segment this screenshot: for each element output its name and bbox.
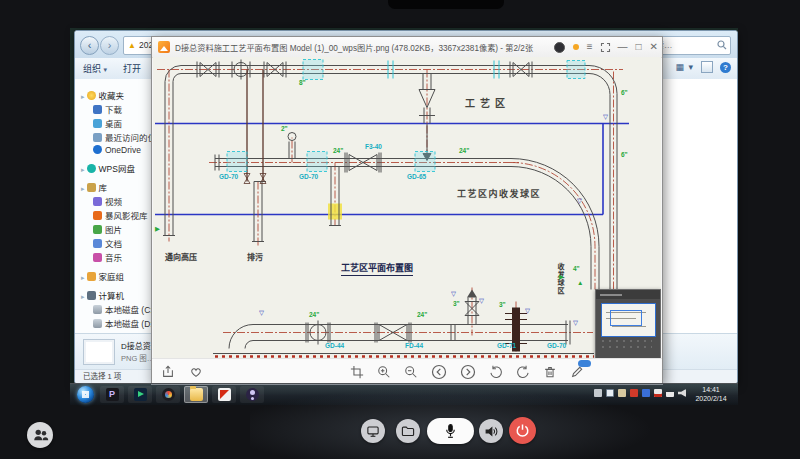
tray-printer-icon[interactable]: [594, 389, 602, 397]
expand-arrow-icon[interactable]: ▸: [81, 166, 85, 173]
expand-arrow-icon[interactable]: ▸: [81, 93, 85, 100]
sidebar-item[interactable]: 视频: [75, 194, 162, 208]
disk-icon: [93, 319, 102, 328]
participants-button[interactable]: [27, 422, 53, 448]
sidebar-item-label: 下载: [105, 105, 122, 115]
rotate-left-icon[interactable]: [489, 365, 503, 379]
taskbar-meeting-app[interactable]: [240, 386, 264, 403]
sidebar-item[interactable]: OneDrive: [75, 144, 162, 156]
navigator-viewport[interactable]: [610, 310, 642, 326]
expand-arrow-icon[interactable]: ▸: [81, 274, 85, 281]
taskbar-clock[interactable]: 14:41 2020/2/14: [688, 386, 734, 403]
hang-up-button[interactable]: [509, 417, 536, 444]
open-button[interactable]: 打开: [123, 62, 141, 75]
speaker-button[interactable]: [479, 419, 503, 443]
diagram-annotation: 24": [333, 147, 343, 154]
sidebar-group-libraries[interactable]: ▸库: [75, 179, 162, 194]
organize-button[interactable]: 组织 ▾: [83, 62, 107, 75]
sidebar-group-wps-cloud[interactable]: ▸WPS网盘: [75, 160, 162, 175]
explorer-sidebar: ▸收藏夹下载桌面最近访问的位置OneDrive▸WPS网盘▸库视频暴风影视库图片…: [75, 79, 163, 334]
play-icon: [134, 388, 147, 401]
next-image-icon[interactable]: [460, 364, 476, 380]
sidebar-item[interactable]: 图片: [75, 222, 162, 236]
folder-share-button[interactable]: [396, 419, 420, 443]
zoom-out-icon[interactable]: [404, 365, 418, 379]
sidebar-item[interactable]: 暴风影视库: [75, 208, 162, 222]
forward-button[interactable]: ›: [100, 36, 119, 55]
share-icon[interactable]: [161, 365, 175, 379]
rotate-right-icon[interactable]: [516, 365, 530, 379]
favorite-heart-icon[interactable]: [189, 365, 203, 379]
taskbar-camera-app[interactable]: [156, 386, 180, 403]
sidebar-item[interactable]: 本地磁盘 (C:): [75, 302, 162, 316]
expand-arrow-icon[interactable]: ▸: [81, 185, 85, 192]
taskbar: P 14:41 2020/2/14: [70, 383, 738, 405]
sidebar-item-label: 音乐: [105, 253, 122, 263]
edit-beautify-button[interactable]: [570, 365, 584, 379]
preview-pane-button[interactable]: [701, 61, 713, 73]
tray-messenger-icon[interactable]: [642, 389, 650, 397]
onedrive-cloud-icon: [93, 145, 102, 154]
selected-file-type: PNG 图…: [121, 352, 154, 363]
sidebar-item[interactable]: 本地磁盘 (D:): [75, 316, 162, 330]
delete-trash-icon[interactable]: [543, 365, 557, 379]
close-button[interactable]: ✕: [650, 42, 658, 52]
tray-flag-icon[interactable]: [630, 389, 638, 397]
diagram-annotation: GD-44: [325, 342, 344, 349]
diagram-annotation: 8": [299, 79, 306, 86]
diagram-annotation: 4": [573, 265, 580, 272]
speaker-icon: [484, 425, 499, 438]
sidebar-item-label: OneDrive: [105, 145, 141, 155]
views-button[interactable]: ▦ ▾: [675, 62, 694, 72]
sidebar-item-label: 本地磁盘 (D:): [105, 319, 156, 329]
sidebar-item[interactable]: 桌面: [75, 116, 162, 130]
downloads-folder-icon: [93, 105, 102, 114]
diagram-annotation: 3": [499, 301, 506, 308]
diagram-annotation: 2": [281, 125, 288, 132]
sidebar-item[interactable]: 最近访问的位置: [75, 130, 162, 144]
tray-volume-icon[interactable]: [678, 389, 686, 397]
sidebar-group-star[interactable]: ▸收藏夹: [75, 87, 162, 102]
sidebar-item[interactable]: 文档: [75, 236, 162, 250]
tray-display-icon[interactable]: [606, 389, 614, 397]
new-feature-badge: [578, 360, 591, 367]
back-button[interactable]: ‹: [80, 36, 99, 55]
tray-home-icon[interactable]: [618, 389, 626, 397]
diagram-annotation: ▲: [577, 279, 583, 286]
system-tray[interactable]: [594, 389, 686, 397]
navigator-panel[interactable]: [595, 289, 661, 358]
clock-time: 14:41: [702, 386, 720, 393]
microphone-button[interactable]: [427, 418, 474, 444]
fullscreen-button[interactable]: [601, 43, 610, 52]
start-button[interactable]: [77, 386, 94, 403]
homegroup-icon: [87, 272, 96, 281]
image-viewer-window: D接总资料施工工艺平面布置图 Model (1)_00_wps图片.png (4…: [151, 36, 663, 385]
diagram-annotation: 3": [453, 300, 460, 307]
taskbar-pdf-reader[interactable]: [212, 386, 236, 403]
minimize-button[interactable]: —: [618, 42, 628, 52]
screen-share-button[interactable]: [361, 419, 385, 443]
expand-arrow-icon[interactable]: ▸: [81, 293, 85, 300]
diagram-annotation: ▽: [577, 197, 582, 204]
menu-button[interactable]: ≡: [587, 42, 593, 52]
taskbar-explorer[interactable]: [184, 386, 208, 403]
taskbar-wps-app[interactable]: P: [100, 386, 124, 403]
image-canvas[interactable]: 工艺区 工艺区内收发球区 工艺区平面布置图 通向高压 排污 收发球区 8"2"2…: [153, 57, 661, 358]
desktop-icon: [93, 119, 102, 128]
tray-network-icon[interactable]: [666, 389, 674, 397]
taskbar-video-player[interactable]: [128, 386, 152, 403]
sidebar-item-label: 图片: [105, 225, 122, 235]
sidebar-group-computer[interactable]: ▸计算机: [75, 287, 162, 302]
power-icon: [515, 423, 530, 438]
previous-image-icon[interactable]: [431, 364, 447, 380]
sidebar-item[interactable]: 下载: [75, 102, 162, 116]
sidebar-group-homegroup[interactable]: ▸家庭组: [75, 268, 162, 283]
tray-security-icon[interactable]: [654, 389, 662, 397]
dark-mode-icon[interactable]: [554, 42, 565, 53]
maximize-button[interactable]: □: [636, 42, 642, 52]
help-button[interactable]: ?: [720, 62, 731, 73]
caret-down-icon: ▾: [104, 66, 108, 73]
zoom-in-icon[interactable]: [377, 365, 391, 379]
sidebar-item[interactable]: 音乐: [75, 250, 162, 264]
crop-fit-icon[interactable]: [350, 365, 364, 379]
